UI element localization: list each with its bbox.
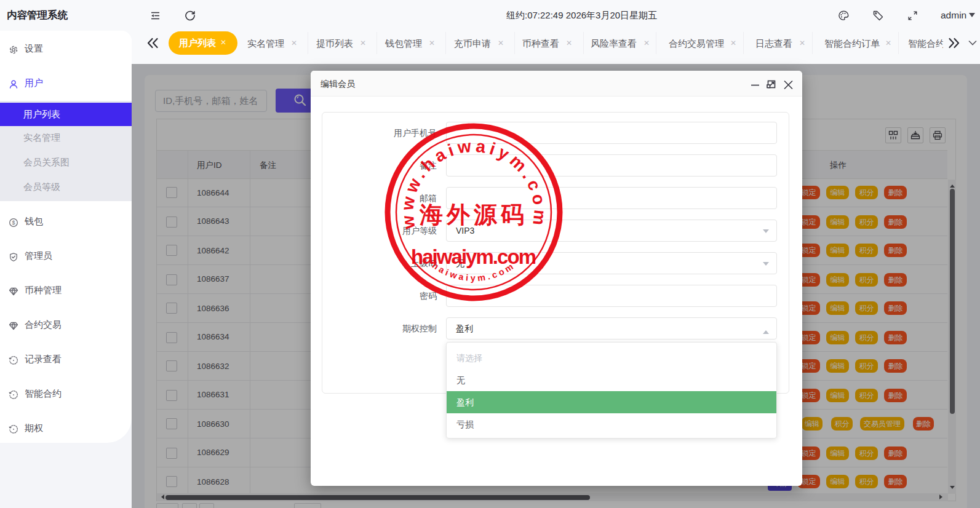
svg-text:海外源码: 海外源码	[419, 202, 528, 228]
svg-text:$: $	[12, 220, 15, 226]
svg-text:haiwaiym.com: haiwaiym.com	[411, 245, 536, 268]
